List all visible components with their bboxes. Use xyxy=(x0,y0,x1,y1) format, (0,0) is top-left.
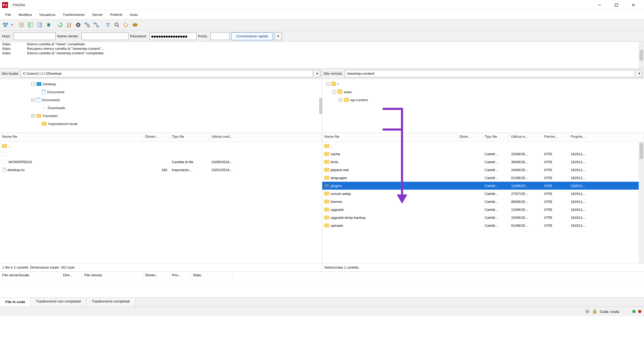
host-input[interactable] xyxy=(13,33,56,40)
menu-server[interactable]: Server xyxy=(88,12,106,18)
local-path-input[interactable] xyxy=(21,70,313,77)
folder-icon xyxy=(324,192,329,195)
expander-icon[interactable]: − xyxy=(31,82,35,86)
pass-input[interactable] xyxy=(149,33,197,40)
tab-failed[interactable]: Trasferimenti non completati xyxy=(30,298,86,306)
list-item[interactable] xyxy=(0,150,322,158)
local-path-dropdown[interactable]: ▼ xyxy=(315,70,320,77)
compare-button[interactable] xyxy=(113,21,121,29)
list-item[interactable]: pluginsCartell...12/08/20...0705162011..… xyxy=(322,182,644,190)
remote-tree[interactable]: −/−www+wp-content xyxy=(322,79,644,133)
local-col-size[interactable]: Dimen... xyxy=(143,133,170,142)
local-col-mod[interactable]: Ultima mod... xyxy=(209,133,322,142)
svg-rect-31 xyxy=(97,26,99,27)
list-item[interactable]: upgradeCartell...13/08/20...0755162011..… xyxy=(322,206,644,214)
tab-queue[interactable]: File in coda xyxy=(0,298,30,306)
list-item[interactable]: .. xyxy=(322,142,644,150)
quickconnect-button[interactable]: Connessione rapida xyxy=(231,32,273,40)
queue-col[interactable]: Dire... xyxy=(61,272,82,280)
led-activity-icon xyxy=(632,310,636,313)
tab-successful[interactable]: Trasferimenti completati xyxy=(86,298,135,306)
remote-col-size[interactable]: Dime... xyxy=(457,133,483,142)
queue-col[interactable]: File server/locale xyxy=(0,272,61,280)
close-button[interactable] xyxy=(625,0,642,10)
tree-item[interactable]: +Documents xyxy=(2,96,320,104)
queue-col[interactable]: Dimen... xyxy=(143,272,170,280)
local-col-type[interactable]: Tipo file xyxy=(170,133,209,142)
tree-item[interactable]: +wp-content xyxy=(324,96,642,104)
queue-tabs: File in coda Trasferimenti non completat… xyxy=(0,298,644,307)
sync-button[interactable] xyxy=(122,21,130,29)
queue-col[interactable]: File remoto xyxy=(82,272,143,280)
queue-col[interactable]: Stato xyxy=(191,272,233,280)
log-scrollbar[interactable] xyxy=(639,42,644,68)
expander-icon[interactable]: − xyxy=(326,82,330,86)
list-item[interactable]: smush-webpCartell...27/07/20...070516201… xyxy=(322,190,644,198)
remote-col-name[interactable]: Nome file xyxy=(322,133,457,142)
remote-col-type[interactable]: Tipo file xyxy=(483,133,509,142)
user-input[interactable] xyxy=(81,33,129,40)
list-item[interactable]: fontsCartell...30/06/20...0705162011... xyxy=(322,158,644,166)
tree-item[interactable]: −www xyxy=(324,88,642,96)
tree-item[interactable]: Documenti xyxy=(2,88,320,96)
menu-view[interactable]: Visualizza xyxy=(36,12,59,18)
vertical-splitter[interactable] xyxy=(319,98,322,114)
toggle-log-button[interactable] xyxy=(17,21,25,29)
expander-icon[interactable]: − xyxy=(332,90,336,94)
list-item[interactable]: cacheCartell...15/08/20...0755162011... xyxy=(322,150,644,158)
tree-item[interactable]: +Favorites xyxy=(2,112,320,120)
port-input[interactable] xyxy=(210,33,230,40)
gear-icon[interactable] xyxy=(585,309,590,314)
refresh-button[interactable] xyxy=(56,21,64,29)
local-col-name[interactable]: Nome file xyxy=(0,133,143,142)
reconnect-button[interactable] xyxy=(92,21,100,29)
toggle-local-tree-button[interactable] xyxy=(27,21,34,29)
remote-scrollbar[interactable] xyxy=(639,142,644,263)
expander-icon[interactable]: + xyxy=(31,114,35,118)
quickconnect-dropdown[interactable]: ▼ xyxy=(275,32,282,40)
menu-help[interactable]: Aiuto xyxy=(126,12,142,18)
local-tree[interactable]: −DesktopDocumenti+Documents↓Downloads+Fa… xyxy=(0,79,322,133)
remote-path-bar: Sito remoto: ▼ xyxy=(322,68,644,79)
local-path-bar: Sito locale: ▼ xyxy=(0,68,322,79)
list-item[interactable]: themesCartell...08/08/20...0705162011... xyxy=(322,198,644,206)
list-item[interactable]: languagesCartell...01/08/20...0705162011… xyxy=(322,174,644,182)
sitemanager-button[interactable] xyxy=(2,21,10,29)
menubar: File Modifica Visualizza Trasferimento S… xyxy=(0,10,644,19)
menu-file[interactable]: File xyxy=(2,12,15,18)
queue-col[interactable]: Prio... xyxy=(170,272,191,280)
list-item[interactable]: uploadsCartell...01/08/20...0705162011..… xyxy=(322,221,644,229)
tree-item[interactable]: ↓Downloads xyxy=(2,104,320,112)
remote-path-dropdown[interactable]: ▼ xyxy=(637,70,642,77)
tree-item[interactable]: Impostazioni locali xyxy=(2,120,320,128)
cancel-button[interactable] xyxy=(74,21,82,29)
remote-col-owner[interactable]: Proprie... xyxy=(569,133,644,142)
expander-icon[interactable]: + xyxy=(339,98,342,102)
toggle-remote-tree-button[interactable] xyxy=(36,21,43,29)
menu-transfer[interactable]: Trasferimento xyxy=(59,12,89,18)
expander-icon[interactable]: + xyxy=(31,98,35,102)
sitemanager-dropdown[interactable]: ▼ xyxy=(11,21,14,29)
svg-line-36 xyxy=(117,25,119,27)
disconnect-button[interactable] xyxy=(83,21,91,29)
remote-col-perm[interactable]: Perme... xyxy=(542,133,569,142)
list-item[interactable]: jetpack-wafCartell...24/06/20...07551620… xyxy=(322,166,644,174)
menu-bookmarks[interactable]: Preferiti xyxy=(106,12,126,18)
minimize-button[interactable] xyxy=(591,0,608,10)
list-item[interactable]: upgrade-temp-backupCartell...15/08/20...… xyxy=(322,214,644,221)
lock-icon[interactable] xyxy=(592,309,597,314)
list-item[interactable]: WORDPRESSCartella di file10/08/2024... xyxy=(0,158,322,166)
remote-path-input[interactable] xyxy=(345,70,635,77)
search-remote-button[interactable] xyxy=(131,21,139,29)
list-item[interactable]: desktop.ini282Impostazio...23/02/2024... xyxy=(0,166,322,174)
folder-icon xyxy=(2,160,7,164)
process-queue-button[interactable] xyxy=(65,21,73,29)
maximize-button[interactable] xyxy=(608,0,625,10)
remote-col-mod[interactable]: Ultima m... xyxy=(509,133,542,142)
tree-item[interactable]: −Desktop xyxy=(2,80,320,88)
toggle-queue-button[interactable] xyxy=(45,21,52,29)
filter-button[interactable] xyxy=(104,21,112,29)
tree-item[interactable]: −/ xyxy=(324,80,642,88)
menu-edit[interactable]: Modifica xyxy=(15,12,36,18)
list-item[interactable]: .. xyxy=(0,142,322,150)
